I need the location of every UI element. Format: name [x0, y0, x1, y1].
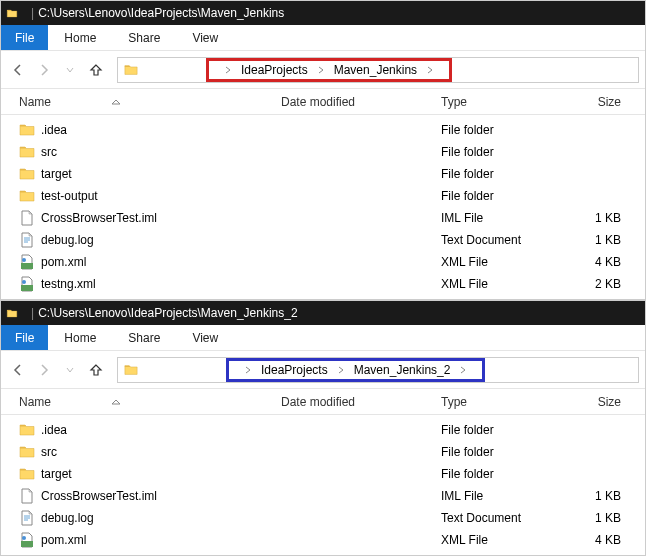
file-row[interactable]: debug.log Text Document 1 KB — [1, 507, 645, 529]
address-bar[interactable]: IdeaProjectsMaven_Jenkins_2 — [117, 357, 639, 383]
sort-ascending-icon — [111, 99, 121, 105]
breadcrumb-item[interactable]: Maven_Jenkins_2 — [352, 363, 453, 377]
file-row[interactable]: src File folder — [1, 441, 645, 463]
back-button[interactable] — [7, 359, 29, 381]
menu-view[interactable]: View — [176, 325, 234, 350]
col-header-type[interactable]: Type — [441, 95, 561, 109]
file-row[interactable]: src File folder — [1, 141, 645, 163]
file-type: Text Document — [441, 511, 561, 525]
titlebar-path: C:\Users\Lenovo\IdeaProjects\Maven_Jenki… — [38, 306, 297, 320]
file-type: File folder — [441, 423, 561, 437]
file-size: 2 KB — [561, 277, 621, 291]
file-row[interactable]: pom.xml XML File 4 KB — [1, 529, 645, 551]
menu-share[interactable]: Share — [112, 25, 176, 50]
chevron-right-icon[interactable] — [458, 365, 468, 375]
file-name: .idea — [41, 123, 67, 137]
file-icon — [19, 488, 35, 504]
xml-icon — [19, 532, 35, 548]
menu-view[interactable]: View — [176, 25, 234, 50]
up-button[interactable] — [85, 359, 107, 381]
menu-file[interactable]: File — [1, 325, 48, 350]
folder-icon — [19, 444, 35, 460]
folder-icon — [19, 422, 35, 438]
titlebar-separator: | — [31, 6, 34, 20]
col-header-type[interactable]: Type — [441, 395, 561, 409]
address-folder-icon — [122, 62, 140, 78]
col-header-name[interactable]: Name — [1, 395, 281, 409]
back-button[interactable] — [7, 59, 29, 81]
titlebar[interactable]: | C:\Users\Lenovo\IdeaProjects\Maven_Jen… — [1, 1, 645, 25]
file-row[interactable]: CrossBrowserTest.iml IML File 1 KB — [1, 207, 645, 229]
file-type: File folder — [441, 123, 561, 137]
chevron-right-icon[interactable] — [336, 365, 346, 375]
menu-file[interactable]: File — [1, 25, 48, 50]
file-type: XML File — [441, 277, 561, 291]
file-icon — [19, 210, 35, 226]
nav-row: IdeaProjectsMaven_Jenkins — [1, 51, 645, 89]
chevron-right-icon[interactable] — [425, 65, 435, 75]
chevron-right-icon[interactable] — [316, 65, 326, 75]
file-row[interactable]: .idea File folder — [1, 419, 645, 441]
file-row[interactable]: debug.log Text Document 1 KB — [1, 229, 645, 251]
folder-icon — [19, 166, 35, 182]
file-type: IML File — [441, 489, 561, 503]
col-header-size[interactable]: Size — [561, 395, 621, 409]
breadcrumb-highlighted: IdeaProjectsMaven_Jenkins — [206, 58, 452, 82]
file-row[interactable]: pom.xml XML File 4 KB — [1, 251, 645, 273]
address-bar[interactable]: IdeaProjectsMaven_Jenkins — [117, 57, 639, 83]
col-header-name[interactable]: Name — [1, 95, 281, 109]
chevron-right-icon[interactable] — [223, 65, 233, 75]
menubar: File Home Share View — [1, 325, 645, 351]
file-row[interactable]: target File folder — [1, 163, 645, 185]
file-row[interactable]: testng.xml XML File 2 KB — [1, 273, 645, 295]
folder-icon — [19, 188, 35, 204]
col-header-date[interactable]: Date modified — [281, 395, 441, 409]
file-name: src — [41, 145, 57, 159]
col-header-size[interactable]: Size — [561, 95, 621, 109]
file-name: pom.xml — [41, 533, 86, 547]
file-type: Text Document — [441, 233, 561, 247]
explorer-window-0: | C:\Users\Lenovo\IdeaProjects\Maven_Jen… — [0, 0, 646, 300]
forward-button[interactable] — [33, 59, 55, 81]
file-row[interactable]: .idea File folder — [1, 119, 645, 141]
col-header-date[interactable]: Date modified — [281, 95, 441, 109]
menubar: File Home Share View — [1, 25, 645, 51]
chevron-right-icon[interactable] — [243, 365, 253, 375]
titlebar-separator: | — [31, 306, 34, 320]
explorer-window-1: | C:\Users\Lenovo\IdeaProjects\Maven_Jen… — [0, 300, 646, 556]
nav-row: IdeaProjectsMaven_Jenkins_2 — [1, 351, 645, 389]
file-type: File folder — [441, 167, 561, 181]
menu-share[interactable]: Share — [112, 325, 176, 350]
file-name: pom.xml — [41, 255, 86, 269]
column-headers: Name Date modified Type Size — [1, 89, 645, 115]
file-name: target — [41, 467, 72, 481]
file-size: 1 KB — [561, 489, 621, 503]
titlebar[interactable]: | C:\Users\Lenovo\IdeaProjects\Maven_Jen… — [1, 301, 645, 325]
file-row[interactable]: CrossBrowserTest.iml IML File 1 KB — [1, 485, 645, 507]
file-size: 1 KB — [561, 211, 621, 225]
up-button[interactable] — [85, 59, 107, 81]
file-type: XML File — [441, 533, 561, 547]
file-type: IML File — [441, 211, 561, 225]
file-type: File folder — [441, 189, 561, 203]
breadcrumb-item[interactable]: IdeaProjects — [259, 363, 330, 377]
menu-home[interactable]: Home — [48, 25, 112, 50]
folder-icon — [19, 144, 35, 160]
recent-dropdown[interactable] — [59, 59, 81, 81]
file-row[interactable]: target File folder — [1, 463, 645, 485]
folder-icon — [19, 122, 35, 138]
breadcrumb-highlighted: IdeaProjectsMaven_Jenkins_2 — [226, 358, 485, 382]
breadcrumb-item[interactable]: Maven_Jenkins — [332, 63, 419, 77]
text-icon — [19, 510, 35, 526]
menu-home[interactable]: Home — [48, 325, 112, 350]
recent-dropdown[interactable] — [59, 359, 81, 381]
titlebar-path: C:\Users\Lenovo\IdeaProjects\Maven_Jenki… — [38, 6, 284, 20]
file-row[interactable]: test-output File folder — [1, 185, 645, 207]
breadcrumb-item[interactable]: IdeaProjects — [239, 63, 310, 77]
file-type: File folder — [441, 145, 561, 159]
file-name: CrossBrowserTest.iml — [41, 489, 157, 503]
file-name: debug.log — [41, 511, 94, 525]
forward-button[interactable] — [33, 359, 55, 381]
file-name: test-output — [41, 189, 98, 203]
address-folder-icon — [122, 362, 140, 378]
